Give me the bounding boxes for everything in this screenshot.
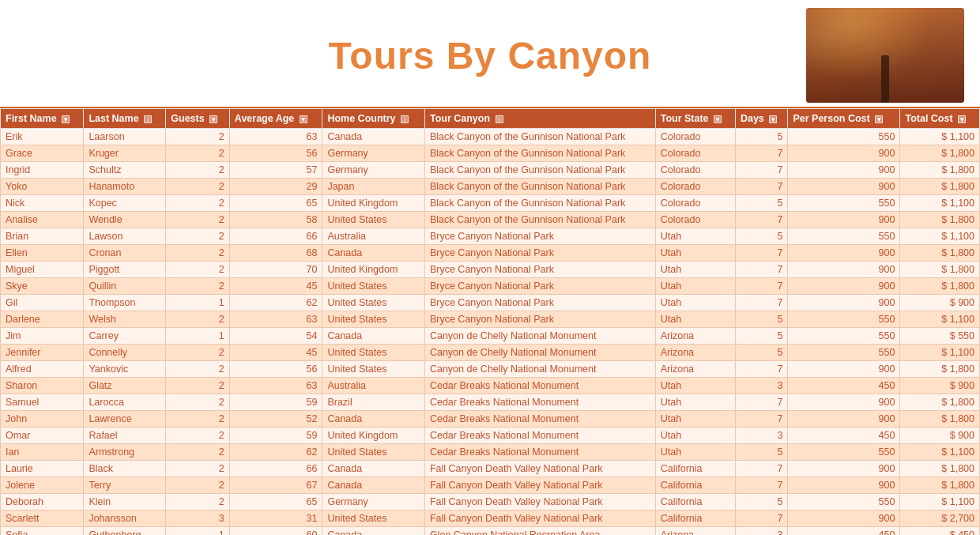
col-last-name[interactable]: Last Name ↕ <box>84 109 166 129</box>
table-cell: Colorado <box>655 195 735 212</box>
table-cell: 900 <box>788 511 900 527</box>
table-cell: United Kingdom <box>322 195 425 212</box>
table-cell: 2 <box>166 411 230 428</box>
table-cell: 67 <box>229 477 322 494</box>
filter-days[interactable]: ▼ <box>769 115 777 123</box>
table-cell: $ 1,800 <box>900 361 980 378</box>
table-cell: 900 <box>788 477 900 494</box>
table-cell: Canada <box>322 527 425 536</box>
table-cell: California <box>655 461 735 477</box>
table-row: IanArmstrong262United StatesCedar Breaks… <box>1 444 980 461</box>
table-cell: 45 <box>229 278 322 295</box>
table-cell: Arizona <box>655 345 735 361</box>
col-guests[interactable]: Guests ▼ <box>166 109 230 129</box>
table-cell: 7 <box>735 162 788 179</box>
table-cell: John <box>1 411 84 428</box>
table-cell: $ 1,100 <box>900 311 980 328</box>
filter-per-person-cost[interactable]: ▼ <box>875 115 883 123</box>
table-cell: Utah <box>655 295 735 311</box>
table-cell: 2 <box>166 195 230 212</box>
table-cell: 2 <box>166 162 230 179</box>
table-cell: Ingrid <box>1 162 84 179</box>
table-cell: Colorado <box>655 162 735 179</box>
col-tour-state[interactable]: Tour State ▼ <box>655 109 735 129</box>
table-cell: Colorado <box>655 212 735 228</box>
table-cell: 70 <box>229 262 322 278</box>
table-cell: Ellen <box>1 245 84 262</box>
table-cell: Rafael <box>84 428 166 444</box>
filter-total-cost[interactable]: ▼ <box>958 115 966 123</box>
table-cell: $ 1,800 <box>900 477 980 494</box>
table-cell: $ 1,100 <box>900 345 980 361</box>
page: Tours By Canyon First Name ▼ Last Name ↕… <box>0 0 980 535</box>
table-cell: Nick <box>1 195 84 212</box>
table-cell: 7 <box>735 511 788 527</box>
table-cell: 7 <box>735 361 788 378</box>
table-cell: Black Canyon of the Gunnison National Pa… <box>424 212 655 228</box>
table-cell: 63 <box>229 378 322 394</box>
filter-avg-age[interactable]: ▼ <box>300 115 307 123</box>
table-row: SofiaGuthenberg160CanadaGlen Canyon Nati… <box>1 527 980 536</box>
table-cell: 550 <box>788 129 900 145</box>
table-cell: 450 <box>788 378 900 394</box>
filter-guests[interactable]: ▼ <box>209 115 217 123</box>
filter-home-country[interactable]: ↕ <box>401 115 409 123</box>
table-cell: Colorado <box>655 179 735 195</box>
filter-last-name[interactable]: ↕ <box>144 115 152 123</box>
filter-tour-state[interactable]: ▼ <box>714 115 722 123</box>
table-cell: Cedar Breaks National Monument <box>424 378 655 394</box>
table-cell: Fall Canyon Death Valley National Park <box>424 477 655 494</box>
table-cell: Utah <box>655 262 735 278</box>
table-cell: Skye <box>1 278 84 295</box>
table-cell: 2 <box>166 245 230 262</box>
table-cell: Laarson <box>84 129 166 145</box>
table-cell: 7 <box>735 411 788 428</box>
table-cell: 7 <box>735 212 788 228</box>
table-cell: 2 <box>166 378 230 394</box>
table-cell: Johansson <box>84 511 166 527</box>
col-total-cost[interactable]: Total Cost ▼ <box>900 109 980 129</box>
table-cell: Utah <box>655 278 735 295</box>
col-tour-canyon[interactable]: Tour Canyon ↕ <box>424 109 655 129</box>
table-cell: Canada <box>322 245 425 262</box>
col-home-country[interactable]: Home Country ↕ <box>322 109 425 129</box>
table-cell: 550 <box>788 228 900 245</box>
table-cell: Fall Canyon Death Valley National Park <box>424 461 655 477</box>
col-days[interactable]: Days ▼ <box>735 109 788 129</box>
page-title: Tours By Canyon <box>329 34 652 77</box>
table-cell: Canada <box>322 477 425 494</box>
table-cell: Bryce Canyon National Park <box>424 311 655 328</box>
table-cell: 56 <box>229 145 322 162</box>
table-cell: Carrey <box>84 328 166 345</box>
table-cell: Brazil <box>322 394 425 411</box>
table-cell: United States <box>322 511 425 527</box>
table-cell: Schultz <box>84 162 166 179</box>
table-cell: Brian <box>1 228 84 245</box>
col-avg-age[interactable]: Average Age ▼ <box>229 109 322 129</box>
table-cell: Australia <box>322 378 425 394</box>
table-cell: Japan <box>322 179 425 195</box>
table-cell: Yoko <box>1 179 84 195</box>
table-cell: 2 <box>166 494 230 511</box>
table-cell: $ 1,800 <box>900 278 980 295</box>
col-first-name[interactable]: First Name ▼ <box>1 109 84 129</box>
table-cell: 550 <box>788 444 900 461</box>
filter-tour-canyon[interactable]: ↕ <box>496 115 503 123</box>
table-cell: United States <box>322 212 425 228</box>
table-cell: Klein <box>84 494 166 511</box>
table-cell: $ 1,800 <box>900 262 980 278</box>
table-cell: 900 <box>788 361 900 378</box>
table-cell: 900 <box>788 212 900 228</box>
table-cell: Black Canyon of the Gunnison National Pa… <box>424 195 655 212</box>
filter-first-name[interactable]: ▼ <box>62 115 70 123</box>
table-cell: Scarlett <box>1 511 84 527</box>
table-cell: 54 <box>229 328 322 345</box>
table-cell: 62 <box>229 295 322 311</box>
table-cell: Black Canyon of the Gunnison National Pa… <box>424 162 655 179</box>
table-cell: $ 1,100 <box>900 228 980 245</box>
col-per-person-cost[interactable]: Per Person Cost ▼ <box>788 109 900 129</box>
table-cell: Sharon <box>1 378 84 394</box>
table-cell: Cedar Breaks National Monument <box>424 394 655 411</box>
table-cell: Sofia <box>1 527 84 536</box>
table-cell: Bryce Canyon National Park <box>424 228 655 245</box>
